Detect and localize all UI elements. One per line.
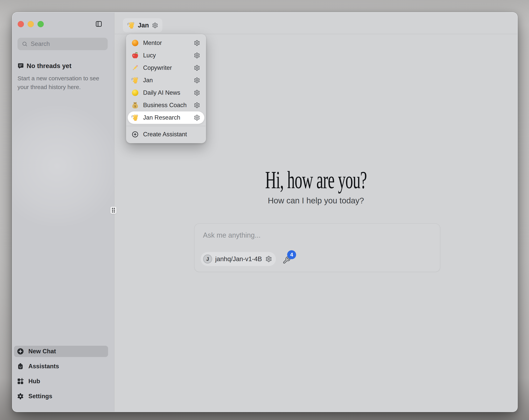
assistant-menu-item-daily-ai-news[interactable]: Daily AI News [128, 86, 204, 99]
pencil-icon [131, 64, 139, 72]
menu-separator [126, 126, 206, 126]
jan-app-window: Search No threads yet Start a new conver… [12, 12, 518, 412]
sidebar-resize-handle[interactable] [110, 206, 117, 214]
search-input[interactable]: Search [17, 38, 108, 50]
assistant-selector-button[interactable]: Jan [123, 18, 162, 32]
money-bag-icon [131, 101, 139, 109]
sidebar-bottom-nav: New Chat Assistants Hub Settings [14, 346, 108, 402]
gear-icon[interactable] [194, 115, 200, 121]
waving-hand-icon [127, 21, 135, 29]
gear-icon[interactable] [194, 90, 200, 96]
assistant-selector-label: Jan [138, 22, 149, 29]
plus-circle-icon [132, 131, 139, 138]
grid-plus-icon [17, 378, 24, 385]
assistant-menu-item-copywriter[interactable]: Copywriter [128, 62, 204, 74]
model-selector-button[interactable]: J janhq/Jan-v1-4B [201, 252, 276, 266]
close-window-button[interactable] [18, 21, 24, 27]
empty-state-description: Start a new conversation to see your thr… [17, 74, 105, 91]
assistant-menu-item-jan-research[interactable]: Jan Research [128, 111, 204, 124]
waving-hand-icon [131, 76, 139, 84]
assistant-menu-item-lucy[interactable]: Lucy [128, 49, 204, 62]
panel-left-icon [95, 20, 102, 27]
assistant-menu-item-mentor[interactable]: Mentor [128, 37, 204, 49]
minimize-window-button[interactable] [28, 21, 34, 27]
assistant-menu: Mentor Lucy Copywriter Jan [126, 34, 206, 143]
traffic-lights [18, 21, 44, 27]
gear-icon[interactable] [194, 102, 200, 108]
plus-circle-icon [17, 348, 24, 355]
sidebar: Search No threads yet Start a new conver… [13, 13, 114, 412]
create-assistant-button[interactable]: Create Assistant [128, 128, 204, 141]
gear-icon[interactable] [194, 52, 200, 58]
sidebar-item-new-chat[interactable]: New Chat [14, 346, 108, 357]
search-icon [22, 41, 28, 47]
robot-icon [17, 363, 24, 370]
yellow-circle-icon [131, 89, 139, 97]
gear-icon[interactable] [194, 77, 200, 83]
sidebar-toggle-button[interactable] [95, 20, 103, 28]
waving-hand-icon [131, 114, 139, 122]
main-area: Jan Mentor Lucy Copywriter [115, 13, 517, 412]
gear-icon[interactable] [194, 65, 200, 71]
model-name: janhq/Jan-v1-4B [215, 255, 262, 263]
empty-state-title: No threads yet [27, 62, 72, 70]
assistant-menu-item-business-coach[interactable]: Business Coach [128, 99, 204, 111]
message-square-icon [17, 63, 24, 69]
sidebar-item-assistants[interactable]: Assistants [14, 361, 108, 372]
greeting-title: Hi, how are you? [115, 167, 517, 200]
model-avatar: J [203, 255, 212, 263]
chat-composer[interactable]: Ask me anything... J janhq/Jan-v1-4B 4 [194, 223, 440, 272]
threads-empty-state: No threads yet Start a new conversation … [17, 62, 105, 91]
greeting-subtitle: How can I help you today? [115, 196, 517, 205]
search-placeholder: Search [31, 41, 50, 47]
desktop-background: Search No threads yet Start a new conver… [0, 0, 529, 420]
assistant-menu-item-jan[interactable]: Jan [128, 74, 204, 86]
red-apple-icon [131, 52, 139, 59]
maximize-window-button[interactable] [38, 21, 44, 27]
sidebar-item-settings[interactable]: Settings [14, 391, 108, 402]
orange-circle-icon [131, 39, 139, 47]
gear-icon[interactable] [194, 40, 200, 46]
model-settings-gear-icon[interactable] [265, 256, 272, 262]
assistant-settings-icon[interactable] [152, 22, 158, 28]
tools-button[interactable]: 4 [282, 253, 294, 267]
tools-count-badge: 4 [287, 250, 296, 259]
gear-icon [17, 393, 24, 400]
empty-state-title-row: No threads yet [17, 62, 105, 70]
sidebar-item-hub[interactable]: Hub [14, 376, 108, 387]
composer-placeholder: Ask me anything... [203, 231, 261, 239]
